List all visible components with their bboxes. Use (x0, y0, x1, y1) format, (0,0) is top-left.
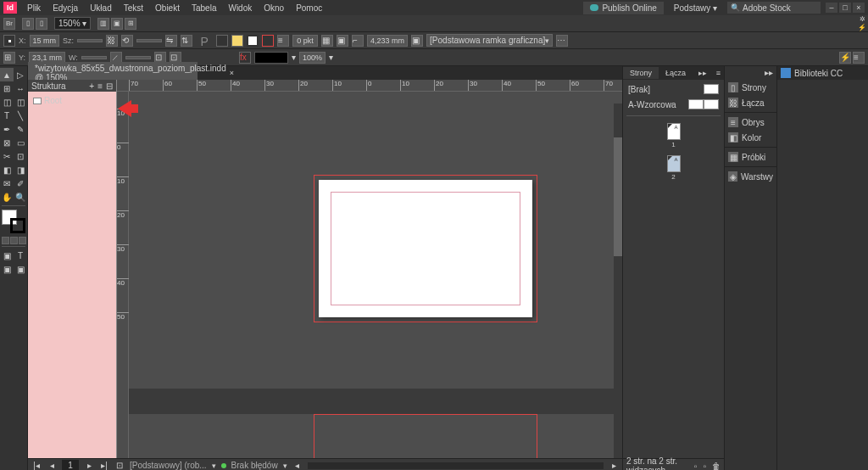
content-placer-tool[interactable]: ◫ (14, 95, 27, 109)
zoom-tool[interactable]: 🔍 (14, 190, 27, 204)
flip-v-icon[interactable]: ⇅ (181, 35, 192, 47)
cp-pages[interactable]: ▯Strony (725, 80, 776, 95)
gap-tool[interactable]: ↔ (14, 81, 27, 95)
gradient-swatch-tool[interactable]: ◧ (0, 163, 14, 176)
eyedropper-tool[interactable]: ✐ (14, 176, 27, 190)
line-tool[interactable]: ╲ (14, 109, 27, 122)
horizontal-ruler[interactable]: 70 60 50 40 30 20 10 0 10 20 30 40 50 60… (117, 80, 622, 92)
cp-stroke[interactable]: ≡Obrys (725, 115, 776, 130)
flip-h-icon[interactable]: ⇋ (165, 35, 177, 47)
minimize-button[interactable]: – (826, 3, 837, 13)
preview-label[interactable]: [Podstawowy] (rob... (130, 461, 207, 470)
master-none-row[interactable]: [Brak] (626, 83, 721, 95)
flash-icon[interactable]: ⚡ (858, 24, 866, 31)
stroke-swatch2[interactable] (262, 35, 274, 47)
quick-apply-icon[interactable]: ⚡ (839, 52, 851, 64)
page-1[interactable] (319, 180, 532, 317)
search-input[interactable]: 🔍 Adobe Stock (727, 2, 821, 14)
menu-view[interactable]: Widok (223, 2, 257, 14)
h-field[interactable] (81, 56, 107, 59)
cp-color[interactable]: ◧Kolor (725, 130, 776, 145)
zoom-field[interactable]: 150% ▾ (54, 17, 91, 30)
type-tool[interactable]: T (0, 109, 14, 122)
expand-panels-icon[interactable]: ▸▸ (765, 68, 773, 77)
fit-icon[interactable]: ▣ (411, 35, 423, 47)
pasteboard[interactable] (129, 92, 622, 458)
doc-icon2[interactable]: ▯ (36, 18, 47, 30)
scroll-right-icon[interactable]: ▸ (609, 461, 619, 471)
preview-mode[interactable]: T (14, 249, 27, 262)
view-options-icon[interactable]: ▥ (97, 18, 109, 30)
fill-stroke-swatch[interactable] (2, 210, 25, 233)
menu-object[interactable]: Obiekt (150, 2, 185, 14)
tab-close-icon[interactable]: × (230, 69, 234, 77)
cp-swatches[interactable]: ▦Próbki (725, 149, 776, 165)
pen-tool[interactable]: ✒ (0, 122, 14, 136)
apply-gradient-btn[interactable] (10, 237, 18, 244)
note-tool[interactable]: ✉ (0, 176, 14, 190)
panel-collapse-icon[interactable]: ▸▸ (695, 67, 710, 79)
effects-icon[interactable]: ▦ (321, 35, 333, 47)
rectangle-tool[interactable]: ▭ (14, 136, 27, 149)
stroke-weight-field[interactable]: 0 pkt (292, 35, 318, 47)
fx-icon[interactable]: fx (239, 52, 251, 64)
stroke-swatch[interactable] (247, 35, 259, 47)
corner-field[interactable]: 4,233 mm (367, 35, 408, 47)
menu-file[interactable]: Plik (22, 2, 46, 14)
pencil-tool[interactable]: ✎ (14, 122, 27, 136)
fill-swatch[interactable] (216, 35, 228, 47)
corner-icon[interactable]: ⌐ (352, 35, 364, 47)
vertical-scrollbar[interactable] (614, 104, 622, 458)
apply-color-btn[interactable] (2, 237, 9, 244)
structure-root-item[interactable]: Root (31, 95, 113, 106)
menu-window[interactable]: Okno (259, 2, 289, 14)
preflight-label[interactable]: Brak błędów (231, 461, 278, 470)
page-number-field[interactable]: 1 (62, 460, 79, 470)
arrange-icon[interactable]: ⊞ (125, 18, 136, 30)
cp-links[interactable]: ⛓Łącza (725, 95, 776, 110)
maximize-button[interactable]: □ (839, 3, 851, 13)
structure-menu-icon[interactable]: ≡ (97, 81, 103, 91)
scrollbar-thumb[interactable] (614, 137, 622, 256)
page-2-thumb[interactable]: A (667, 155, 681, 172)
normal-view-mode[interactable]: ▣ (0, 249, 14, 262)
apply-none-btn[interactable] (19, 237, 26, 244)
menu-edit[interactable]: Edycja (47, 2, 83, 14)
selection-tool[interactable]: ▲ (0, 68, 14, 81)
cc-libraries-header[interactable]: Biblioteki CC (777, 66, 868, 80)
preferences-icon[interactable]: ✲ (858, 15, 866, 22)
x-field[interactable]: 15 mm (30, 35, 60, 47)
opacity-field[interactable]: 100% (299, 52, 326, 64)
tab-links[interactable]: Łącza (659, 67, 693, 79)
object-style-select[interactable]: [Podstawowa ramka graficzna]▾ (426, 34, 553, 47)
doc-icon[interactable]: ▯ (22, 18, 34, 30)
horizontal-scrollbar[interactable] (308, 462, 604, 469)
screen-mode-btn2[interactable]: ▣ (14, 262, 27, 276)
prev-page-icon[interactable]: ◂ (47, 461, 57, 471)
screen-mode-icon[interactable]: ▣ (111, 18, 123, 30)
rotate-field[interactable] (136, 39, 162, 42)
free-transform-tool[interactable]: ⊡ (14, 149, 27, 163)
page-1-thumb-wrap[interactable]: A 1 (626, 123, 721, 148)
hand-tool[interactable]: ✋ (0, 190, 14, 204)
master-a-row[interactable]: A-Wzorcowa (626, 98, 721, 110)
panel-menu-icon[interactable]: ≡ (853, 52, 865, 64)
options-icon[interactable]: ⋯ (556, 35, 568, 47)
structure-add-icon[interactable]: + (89, 81, 94, 91)
scroll-left-icon[interactable]: ◂ (292, 461, 303, 471)
menu-help[interactable]: Pomoc (291, 2, 327, 14)
first-page-icon[interactable]: |◂ (31, 461, 42, 471)
w-field[interactable] (77, 39, 103, 42)
page-tool[interactable]: ⊞ (0, 81, 14, 95)
fill-swatch2[interactable] (231, 35, 243, 47)
wrap-icon[interactable]: ▣ (337, 35, 348, 47)
page-1-thumb[interactable]: A (667, 123, 681, 140)
stroke-style-select[interactable] (254, 52, 288, 64)
page-2-thumb-wrap[interactable]: A 2 (626, 155, 721, 181)
close-button[interactable]: × (853, 3, 865, 13)
menu-layout[interactable]: Układ (85, 2, 117, 14)
bridge-icon[interactable]: Br (3, 18, 15, 30)
rectangle-frame-tool[interactable]: ⊠ (0, 136, 14, 149)
cp-layers[interactable]: ◈Warstwy (725, 169, 776, 184)
content-collector-tool[interactable]: ◫ (0, 95, 14, 109)
